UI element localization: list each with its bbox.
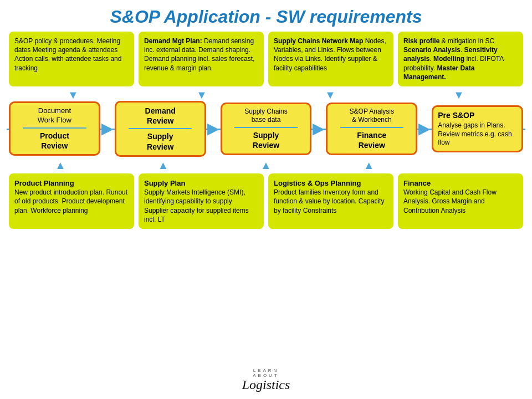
bottom-info-row: Product Planning New product introductio… bbox=[7, 173, 525, 229]
logo-main-text: Logistics bbox=[242, 378, 290, 391]
wf2-line2: SupplyReview bbox=[147, 131, 173, 151]
arrow-up-2: ▲ bbox=[112, 159, 215, 171]
bb2-title: Supply Plan bbox=[144, 179, 185, 187]
arrows-down-top: ▼ ▼ ▼ ▼ bbox=[7, 89, 525, 101]
wf3-line1: Supply Chainsbase data bbox=[244, 108, 287, 125]
workflow-box-2: DemandReview SupplyReview bbox=[115, 101, 206, 157]
info-box-3-text: Supply Chains Network Map Nodes, Variabl… bbox=[274, 37, 386, 72]
logo-small-text: LEARNABOUT bbox=[242, 368, 290, 378]
wf2-line1: DemandReview bbox=[145, 106, 176, 126]
bb4-content: Working Capital and Cash Flow Analysis. … bbox=[403, 188, 497, 214]
workflow-box-4: S&OP Analysis& Workbench FinanceReview bbox=[326, 103, 417, 156]
arrow-up-1: ▲ bbox=[9, 159, 112, 171]
wf3-line2: SupplyReview bbox=[253, 130, 279, 150]
info-box-1-text: S&OP policy & procedures. Meeting dates … bbox=[14, 37, 121, 72]
info-box-3: Supply Chains Network Map Nodes, Variabl… bbox=[268, 32, 393, 86]
workflow-box-5: Pre S&OP Analyse gaps in Plans. Review m… bbox=[432, 105, 523, 152]
top-info-row: S&OP policy & procedures. Meeting dates … bbox=[7, 32, 525, 86]
arrow-down-4: ▼ bbox=[395, 89, 523, 101]
arrow-right-4: ▶ bbox=[418, 121, 431, 136]
info-box-2-text: Demand Mgt Plan: Demand sensing inc. ext… bbox=[144, 37, 254, 72]
bottom-box-1: Product Planning New product introductio… bbox=[9, 173, 134, 229]
arrow-right-1: ▶ bbox=[101, 121, 114, 136]
bb3-title: Logistics & Ops Planning bbox=[274, 179, 361, 187]
workflow-row: DocumentWork Flow ProductReview ▶ Demand… bbox=[7, 101, 525, 157]
info-box-4-text: Risk profile & mitigation in SC Scenario… bbox=[403, 37, 504, 81]
wf1-line1: DocumentWork Flow bbox=[38, 106, 71, 125]
bb3-content: Product families Inventory form and func… bbox=[274, 188, 384, 214]
bottom-box-4: Finance Working Capital and Cash Flow An… bbox=[398, 173, 523, 229]
arrow-down-1: ▼ bbox=[9, 89, 137, 101]
bb4-title: Finance bbox=[403, 179, 431, 187]
wf4-line1: S&OP Analysis& Workbench bbox=[350, 108, 394, 125]
arrow-up-spacer bbox=[420, 159, 523, 171]
arrow-up-4: ▲ bbox=[318, 159, 421, 171]
bb1-content: New product introduction plan. Runout of… bbox=[14, 188, 127, 214]
main-area: S&OP policy & procedures. Meeting dates … bbox=[0, 32, 532, 229]
arrow-down-2: ▼ bbox=[137, 89, 266, 101]
wf3-divider bbox=[234, 127, 298, 128]
bottom-box-3: Logistics & Ops Planning Product familie… bbox=[268, 173, 393, 229]
info-box-2: Demand Mgt Plan: Demand sensing inc. ext… bbox=[139, 32, 264, 86]
bottom-box-2: Supply Plan Supply Markets Intelligence … bbox=[139, 173, 264, 229]
workflow-box-1: DocumentWork Flow ProductReview bbox=[9, 101, 100, 156]
wf4-divider bbox=[340, 127, 403, 128]
wf5-line1: Pre S&OP bbox=[438, 110, 474, 120]
page-title: S&OP Application - SW requirements bbox=[0, 0, 532, 32]
arrow-up-3: ▲ bbox=[214, 159, 318, 171]
wf1-divider bbox=[23, 127, 86, 129]
bb1-title: Product Planning bbox=[14, 179, 74, 187]
wf5-content: Analyse gaps in Plans. Review metrics e.… bbox=[438, 121, 517, 147]
workflow-box-3: Supply Chainsbase data SupplyReview bbox=[221, 103, 312, 156]
page-container: S&OP Application - SW requirements S&OP … bbox=[0, 0, 532, 399]
bb2-content: Supply Markets Intelligence (SMI), ident… bbox=[144, 188, 249, 223]
info-box-4: Risk profile & mitigation in SC Scenario… bbox=[398, 32, 523, 86]
arrow-right-3: ▶ bbox=[313, 121, 325, 136]
arrow-down-3: ▼ bbox=[266, 89, 395, 101]
wf1-line2: ProductReview bbox=[40, 131, 69, 151]
arrow-right-2: ▶ bbox=[207, 121, 219, 136]
info-box-1: S&OP policy & procedures. Meeting dates … bbox=[9, 32, 134, 86]
arrows-up-bottom: ▲ ▲ ▲ ▲ bbox=[7, 159, 525, 171]
logo-area: LEARNABOUT Logistics bbox=[242, 368, 290, 391]
wf2-divider bbox=[129, 128, 192, 129]
wf4-line2: FinanceReview bbox=[357, 130, 386, 150]
